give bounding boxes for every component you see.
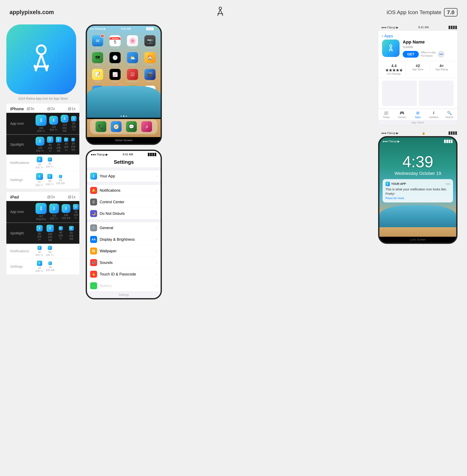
ipad-icon-144: 144iOS 5/6 [62, 204, 70, 219]
row-label-spotlight: Spotlight [10, 142, 36, 147]
tab-today[interactable]: 📰 Today [378, 111, 394, 119]
settings-general-row[interactable]: ⚙️ General › [87, 222, 161, 234]
svg-point-91 [39, 227, 40, 228]
settings-display-row[interactable]: AA Display & Brightness › [87, 234, 161, 245]
svg-line-129 [94, 176, 94, 177]
app-stocks[interactable]: 📈 Stocks [108, 69, 122, 83]
iphone-settings-icons: 87iOS 7+ 58iOS 7+ 29iOS 5/6 [36, 173, 76, 187]
ratings-row: 4.4 ★★★★★ 414 Ratings #2 App Store 4+ Ag… [378, 61, 457, 78]
icon-40a: 40iOS 7+ [64, 138, 68, 152]
tab-apps[interactable]: ⊞ Apps [410, 111, 426, 119]
app-calendar[interactable]: Monday 5 Calendar [108, 35, 122, 50]
rating-age: 4+ Age Rating [430, 64, 454, 75]
label-ipad-152: 152iOS 7+ [50, 214, 58, 220]
settings-title-bar: Settings [87, 157, 161, 168]
app-label-calendar: Calendar [111, 47, 120, 50]
apps-tab-label: Apps [415, 116, 421, 119]
appstore-app-name: App Name [403, 39, 454, 45]
dock-safari[interactable]: 🧭 [111, 121, 122, 132]
tab-games[interactable]: 🎮 Games [394, 111, 410, 119]
row-label-appicon: App Icon [10, 122, 36, 126]
tab-search[interactable]: 🔍 Search [441, 111, 457, 119]
tab-updates[interactable]: ⬇ Updates [426, 111, 441, 119]
app-videos[interactable]: 🎬 Videos [143, 69, 157, 83]
iphone-title: iPhone [10, 106, 24, 111]
ipad-settings-row: Settings 58iOS 7+ 29iOS 5/6 [6, 258, 79, 274]
app-label-camera: Camera [146, 47, 154, 50]
iphone-section: iPhone @3x @2x @1x App Icon 180iOS 7+ [6, 103, 79, 189]
settings-wallpaper-row[interactable]: 🖼 Wallpaper › [87, 245, 161, 257]
icon-notif-40: 40iOS 7+ [46, 157, 54, 168]
svg-line-128 [93, 176, 94, 177]
main-content: 1024 Retina App Icon for App Store iPhon… [0, 25, 467, 306]
app-icon-maps: 🗺 [92, 52, 103, 63]
settings-dnd-row[interactable]: 🌙 Do Not Disturb › [87, 208, 161, 219]
svg-point-11 [40, 118, 42, 120]
rating-count: 414 Ratings [384, 73, 404, 75]
mini-ipad-spotlight-40 [59, 226, 63, 230]
icon-29a: 29iOS 5/6 [71, 138, 76, 151]
lockscreen-bg: ●●● Flarup ▶ ▊▊▊▊ 4:39 Wednesday October… [379, 137, 456, 237]
ipad-row-label-appicon: App Icon [10, 210, 36, 214]
dock-phone[interactable]: 📞 [95, 121, 106, 132]
mini-ipad-152 [49, 204, 59, 213]
app-photos[interactable]: 🌸 Photos [125, 35, 140, 50]
row-label-settings-iphone: Settings [10, 178, 36, 182]
settings-yourapp-label: Your App [100, 174, 156, 178]
icon-label-spotlight-58: 58iOS 5/6 [56, 143, 62, 152]
svg-line-13 [41, 120, 42, 122]
app-notes[interactable]: 📝 Notes [91, 69, 105, 83]
settings-touchid-row[interactable]: 👆 Touch ID & Passcode › [87, 269, 161, 280]
app-maps[interactable]: 🗺 Maps [91, 52, 105, 66]
appstore-status-center: 9:41 AM [418, 26, 429, 29]
app-weather[interactable]: ⛅ Weather [125, 52, 140, 66]
ipad-settings-29: 29iOS 5/6 [46, 261, 54, 272]
icon-80b: 80iOS 7+ [47, 136, 53, 153]
app-clock[interactable]: 🕐 Clock [108, 52, 122, 66]
icon-settings-58: 58iOS 7+ [46, 174, 54, 186]
svg-line-53 [39, 159, 40, 160]
lock-status-battery: ▊▊▊▊ [444, 140, 453, 143]
app-mail[interactable]: ✉ 1 Mail [91, 35, 105, 50]
icon-label-notif-40: 40iOS 7+ [46, 162, 54, 168]
ipad-icon-76: 76iOS 7+ [73, 204, 79, 219]
icon-label-spotlight-80: 80iOS 7+ [47, 143, 53, 153]
mini-ipad-settings-29 [48, 261, 52, 265]
app-icon-calendar: Monday 5 [109, 35, 121, 46]
appstore-get-button[interactable]: GET [403, 51, 419, 58]
label-ipad-spotlight-50: 50iOS 5/6 [67, 231, 76, 241]
icon-label-spotlight-29: 29iOS 5/6 [71, 142, 76, 151]
settings-more-label: Battery [100, 283, 156, 288]
app-icon-clock: 🕐 [109, 52, 121, 63]
settings-mockup: ●●● Flarup ▶ 9:41 AM ▊▊▊▊ Settings [86, 150, 162, 299]
settings-yourapp-row[interactable]: Your App › [87, 170, 161, 182]
app-home[interactable]: 🏠 Home [143, 52, 157, 66]
app-icon-reminders: ☑ [127, 69, 138, 80]
label-ipad-notif-40a: 40iOS 7+ [36, 251, 43, 257]
mini-ipad-167 [36, 203, 47, 214]
dock-music[interactable]: ♬ [141, 121, 152, 132]
appstore-back[interactable]: ‹ Apps [382, 34, 454, 38]
svg-line-9 [41, 54, 47, 70]
mini-icon-spotlight-120 [36, 137, 44, 146]
settings-sounds-row[interactable]: 🔊 Sounds › [87, 257, 161, 269]
iphone-notifications-icons: 58iOS 7+ 40iOS 7+ [36, 157, 76, 169]
svg-line-41 [59, 139, 59, 141]
mini-ipad-spotlight-80 [36, 225, 43, 232]
app-reminders[interactable]: ☑ Reminders [125, 69, 140, 83]
settings-status-center: 9:41 AM [123, 153, 133, 156]
iphone-settings-row: Settings 87iOS 7+ 58iOS 7+ [6, 171, 79, 189]
label-ipad-settings-29: 29iOS 5/6 [46, 266, 54, 272]
svg-line-80 [65, 208, 66, 210]
settings-control-row[interactable]: ☰ Control Center › [87, 196, 161, 208]
settings-notifications-row[interactable]: 🔔 Notifications › [87, 185, 161, 196]
appstore-more-button[interactable]: ••• [438, 51, 445, 58]
header: applypixels.com iOS App Icon Template 7.… [0, 0, 467, 25]
games-tab-label: Games [398, 116, 406, 119]
label-ipad-spotlight-100: 100iOS 5/6 [46, 233, 54, 242]
apps-tab-icon: ⊞ [416, 111, 419, 115]
large-icon-wrapper [6, 25, 76, 94]
dock-messages[interactable]: 💬 [126, 121, 137, 132]
mini-icon-notif-40 [48, 157, 52, 162]
app-camera[interactable]: 📷 Camera [143, 35, 157, 50]
